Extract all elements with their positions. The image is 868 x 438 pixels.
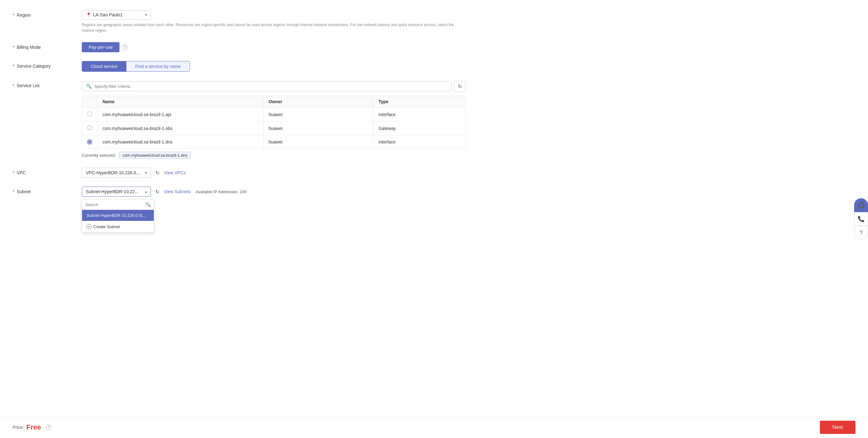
price-help-icon[interactable]: ? xyxy=(46,425,52,430)
tab-cloud-service[interactable]: Cloud service xyxy=(82,61,126,71)
help-icon-button[interactable]: ? xyxy=(854,226,868,240)
vpc-dropdown[interactable]: VPC-HyperBDR-10.226.0.... ▾ xyxy=(82,168,151,178)
table-header-name: Name xyxy=(97,96,264,108)
service-owner-cell: huawei xyxy=(263,121,373,135)
view-vpcs-link[interactable]: View VPCs xyxy=(164,170,186,175)
side-icons: 🎧 📞 ? xyxy=(854,198,868,240)
subnet-search-row: 🔍 xyxy=(82,200,154,210)
pay-per-use-button[interactable]: Pay-per-use xyxy=(82,42,120,52)
service-table: Name Owner Type com.myhuaweicloud.sa-bra… xyxy=(82,96,465,148)
filter-input[interactable] xyxy=(94,84,447,89)
table-row[interactable]: com.myhuaweicloud.sa-brazil-1.dns huawei… xyxy=(82,135,465,148)
service-name-cell: com.myhuaweicloud.sa-brazil-1.dns xyxy=(97,135,264,148)
currently-selected-label: Currently selected: xyxy=(82,153,116,158)
service-type-cell: Gateway xyxy=(373,121,465,135)
service-category-row: * Service Category Cloud service Find a … xyxy=(12,61,465,72)
search-icon: 🔍 xyxy=(86,83,92,89)
radio-button[interactable] xyxy=(87,139,92,144)
available-ip-label: Available IP Addresses: 249 xyxy=(196,189,246,194)
create-subnet-item[interactable]: + Create Subnet xyxy=(82,221,154,232)
service-owner-cell: huawei xyxy=(263,135,373,148)
service-category-tabs: Cloud service Find a service by name xyxy=(82,61,190,72)
next-button[interactable]: Next xyxy=(820,421,856,434)
table-row[interactable]: com.myhuaweicloud.sa-brazil-1.obs huawei… xyxy=(82,121,465,135)
service-owner-cell: huawei xyxy=(263,108,373,121)
radio-cell[interactable] xyxy=(82,121,97,135)
subnet-search-input[interactable] xyxy=(85,202,145,207)
service-name-cell: com.myhuaweicloud.sa-brazil-1.api xyxy=(97,108,264,121)
subnet-dropdown-popup: 🔍 Subnet-HyperBDR-10.226.0.0(... + Creat… xyxy=(82,199,154,233)
selected-badge: com.myhuaweicloud.sa-brazil-1.dns xyxy=(119,152,191,159)
radio-cell[interactable] xyxy=(82,108,97,121)
region-row: * Region 📍 LA-Sao Paulo1 ▾ Regions are g… xyxy=(12,10,465,33)
create-subnet-label: Create Subnet xyxy=(93,224,120,229)
filter-row: 🔍 ↻ xyxy=(82,81,465,92)
headset-icon-button[interactable]: 🎧 xyxy=(854,198,868,212)
radio-cell[interactable] xyxy=(82,135,97,148)
service-type-cell: Interface xyxy=(373,135,465,148)
billing-mode-row: * Billing Mode Pay-per-use ? xyxy=(12,42,465,52)
billing-content: Pay-per-use ? xyxy=(82,42,465,52)
service-category-content: Cloud service Find a service by name xyxy=(82,61,465,72)
radio-button[interactable] xyxy=(87,125,92,130)
table-header-owner: Owner xyxy=(263,96,373,108)
phone-icon-button[interactable]: 📞 xyxy=(854,212,868,226)
price-area: Price: Free ? xyxy=(12,423,52,431)
billing-help-icon[interactable]: ? xyxy=(122,45,128,50)
region-hint: Regions are geographic areas isolated fr… xyxy=(82,22,459,33)
service-type-cell: Interface xyxy=(373,108,465,121)
footer-bar: Price: Free ? Next xyxy=(0,416,868,438)
subnet-option-1[interactable]: Subnet-HyperBDR-10.226.0.0(... xyxy=(82,210,154,221)
vpc-label: * VPC xyxy=(12,168,82,175)
subnet-controls: Subnet-HyperBDR-10.22... ▴ ↻ View Subnet… xyxy=(82,186,465,197)
table-header-type: Type xyxy=(373,96,465,108)
vpc-chevron-icon: ▾ xyxy=(145,171,147,175)
service-category-label: * Service Category xyxy=(12,61,82,68)
price-label: Price: xyxy=(12,425,24,430)
subnet-search-icon: 🔍 xyxy=(145,202,151,207)
region-label: * Region xyxy=(12,10,82,18)
tab-find-by-name[interactable]: Find a service by name xyxy=(126,61,190,71)
subnet-content: Subnet-HyperBDR-10.22... ▴ ↻ View Subnet… xyxy=(82,186,465,197)
view-subnets-link[interactable]: View Subnets xyxy=(164,189,191,194)
filter-input-wrap: 🔍 xyxy=(82,81,452,91)
subnet-chevron-icon: ▴ xyxy=(145,189,147,194)
vpc-refresh-button[interactable]: ↻ xyxy=(154,169,161,177)
plus-circle-icon: + xyxy=(87,224,92,229)
vpc-controls: VPC-HyperBDR-10.226.0.... ▾ ↻ View VPCs xyxy=(82,168,465,178)
table-header-select xyxy=(82,96,97,108)
service-list-content: 🔍 ↻ Name Owner Type xyxy=(82,81,465,159)
refresh-button[interactable]: ↻ xyxy=(454,81,465,92)
region-dropdown[interactable]: 📍 LA-Sao Paulo1 ▾ xyxy=(82,10,151,20)
table-row[interactable]: com.myhuaweicloud.sa-brazil-1.api huawei… xyxy=(82,108,465,121)
radio-button[interactable] xyxy=(87,111,92,116)
service-list-row: * Service List 🔍 ↻ Name Ow xyxy=(12,81,465,159)
subnet-dropdown[interactable]: Subnet-HyperBDR-10.22... ▴ xyxy=(82,186,151,197)
vpc-row: * VPC VPC-HyperBDR-10.226.0.... ▾ ↻ View… xyxy=(12,168,465,178)
service-name-cell: com.myhuaweicloud.sa-brazil-1.obs xyxy=(97,121,264,135)
price-value: Free xyxy=(26,423,41,431)
location-icon: 📍 xyxy=(86,12,91,17)
vpc-value: VPC-HyperBDR-10.226.0.... xyxy=(86,170,141,175)
service-list-label: * Service List xyxy=(12,81,82,88)
region-content: 📍 LA-Sao Paulo1 ▾ Regions are geographic… xyxy=(82,10,465,33)
subnet-row: * Subnet Subnet-HyperBDR-10.22... ▴ ↻ Vi… xyxy=(12,186,465,197)
vpc-content: VPC-HyperBDR-10.226.0.... ▾ ↻ View VPCs xyxy=(82,168,465,178)
subnet-label: * Subnet xyxy=(12,186,82,194)
region-value: LA-Sao Paulo1 xyxy=(93,12,123,17)
subnet-value: Subnet-HyperBDR-10.22... xyxy=(86,189,138,194)
subnet-refresh-button[interactable]: ↻ xyxy=(154,187,161,196)
currently-selected: Currently selected: com.myhuaweicloud.sa… xyxy=(82,152,465,159)
chevron-down-icon: ▾ xyxy=(145,12,147,17)
billing-label: * Billing Mode xyxy=(12,42,82,50)
